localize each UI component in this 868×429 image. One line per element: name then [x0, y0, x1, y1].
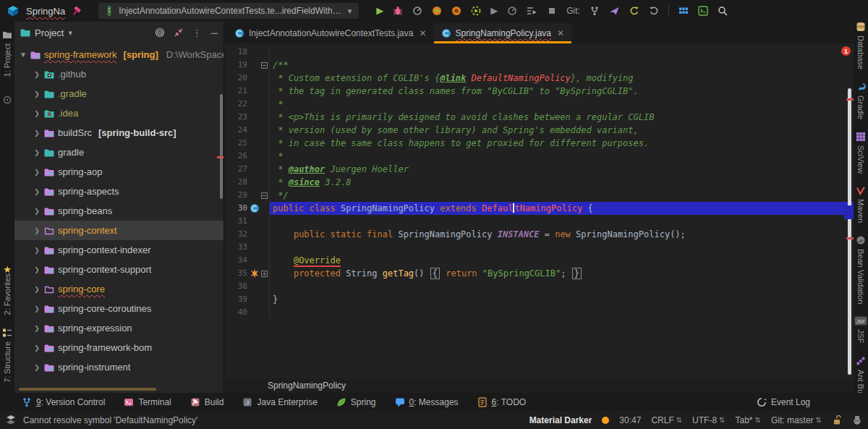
code-text[interactable]: * @author Juergen Hoeller	[269, 163, 854, 176]
code-text[interactable]: public static final SpringNamingPolicy I…	[269, 228, 854, 241]
code-line-29[interactable]: 29− */	[224, 189, 854, 202]
encoding-widget[interactable]: UTF-8⇅	[692, 415, 725, 425]
code-text[interactable]: * the tag in generated class names from …	[269, 85, 854, 98]
editor-tab-InjectAnnotationAutowireContextTests.java[interactable]: InjectAnnotationAutowireContextTests.jav…	[227, 23, 434, 43]
editor[interactable]: 1819−/**20 * Custom extension of CGLIB's…	[224, 43, 854, 378]
chevron-collapsed-icon[interactable]: ❯	[33, 149, 41, 156]
chevron-collapsed-icon[interactable]: ❯	[33, 110, 41, 117]
chevron-collapsed-icon[interactable]: ❯	[33, 208, 41, 215]
toolwindow-button-tool-window-button[interactable]	[3, 95, 12, 104]
tree-item-dot-github[interactable]: ❯.github	[14, 64, 224, 84]
line-number[interactable]: 38	[224, 280, 249, 293]
toolwindow-button--version-control[interactable]: 9: Version Control	[22, 397, 105, 407]
toolwindow-button-structure-tool[interactable]: 7: Structure	[2, 328, 12, 383]
close-tab-icon[interactable]: ✕	[557, 28, 564, 38]
line-number[interactable]: 30	[224, 202, 249, 215]
tree-item-spring-core-coroutines[interactable]: ❯spring-core-coroutines	[14, 299, 224, 318]
tree-item-spring-framework-bom[interactable]: ❯spring-framework-bom	[14, 338, 224, 357]
locate-target-icon[interactable]	[155, 27, 165, 38]
tree-root-spring-framework[interactable]: ▼spring-framework[spring]D:\WorkSpace\I	[14, 45, 224, 64]
code-line-18[interactable]: 18	[224, 46, 854, 59]
toolwindow-button-maven[interactable]: Maven	[856, 186, 866, 223]
tree-item-buildSrc[interactable]: ❯buildSrc[spring-build-src]	[14, 123, 224, 143]
code-text[interactable]: }	[269, 293, 854, 306]
grid-icon[interactable]	[678, 6, 689, 16]
code-line-30[interactable]: 30public class SpringNamingPolicy extend…	[224, 202, 854, 215]
attach-profiler-icon[interactable]	[451, 6, 461, 16]
toolwindow-button-spring[interactable]: Spring	[336, 397, 376, 407]
breadcrumb-item[interactable]: SpringNamingPolicy	[268, 381, 346, 391]
vcs-revert-icon[interactable]	[649, 6, 659, 16]
tree-item-spring-context-indexer[interactable]: ❯spring-context-indexer	[14, 240, 224, 260]
code-text[interactable]: /**	[269, 59, 854, 72]
code-text[interactable]: public class SpringNamingPolicy extends …	[269, 202, 854, 215]
run-configuration-select[interactable]: InjectAnnotationAutowireContextTests.te.…	[98, 3, 359, 19]
toolwindow-button-java-enterprise[interactable]: JJava Enterprise	[242, 397, 317, 407]
line-number[interactable]: 34	[224, 254, 249, 267]
vcs-update-icon[interactable]	[629, 6, 639, 16]
code-line-35[interactable]: 35+ protected String getTag() { return "…	[224, 267, 854, 280]
editor-scrollbar-thumb[interactable]	[848, 88, 851, 375]
toolwindow-button-bean-validation[interactable]: Bean Validation	[856, 235, 866, 304]
debug-icon[interactable]	[393, 6, 403, 16]
code-text[interactable]: @Override	[269, 254, 854, 267]
code-text[interactable]: *	[269, 98, 854, 111]
code-line-24[interactable]: 24 * version (used by some other library…	[224, 124, 854, 137]
fold-marker-icon[interactable]: −	[261, 62, 268, 69]
line-number[interactable]: 21	[224, 85, 249, 98]
code-line-28[interactable]: 28 * @since 3.2.8	[224, 176, 854, 189]
class-icon[interactable]	[250, 203, 260, 213]
tree-item-spring-beans[interactable]: ❯spring-beans	[14, 201, 224, 221]
chevron-collapsed-icon[interactable]: ❯	[33, 364, 41, 371]
line-number[interactable]: 31	[224, 215, 249, 228]
toolwindow-button-terminal[interactable]: Terminal	[124, 397, 171, 407]
tree-item-spring-core[interactable]: ❯spring-core	[14, 279, 224, 299]
code-line-38[interactable]: 38	[224, 280, 854, 293]
chevron-collapsed-icon[interactable]: ❯	[33, 266, 41, 273]
line-number[interactable]: 22	[224, 98, 249, 111]
toolwindow-button--todo[interactable]: 6: TODO	[477, 397, 527, 407]
project-hscrollbar[interactable]	[19, 388, 156, 391]
tree-item-spring-aop[interactable]: ❯spring-aop	[14, 162, 224, 182]
chevron-collapsed-icon[interactable]: ❯	[33, 305, 41, 313]
fold-marker-icon[interactable]: −	[261, 192, 268, 199]
unlock-icon[interactable]	[832, 415, 842, 425]
terminal-icon[interactable]	[698, 6, 708, 16]
code-line-19[interactable]: 19−/**	[224, 59, 854, 72]
error-indicator-badge[interactable]: 1	[841, 46, 851, 56]
collapse-all-icon[interactable]	[174, 27, 184, 38]
tree-item-spring-context-support[interactable]: ❯spring-context-support	[14, 260, 224, 279]
line-number[interactable]: 40	[224, 306, 249, 319]
code-text[interactable]: * version (used by some other library) a…	[269, 124, 854, 137]
code-text[interactable]: protected String getTag() { return "BySp…	[269, 267, 854, 280]
code-line-25[interactable]: 25 * in case the same class happens to g…	[224, 137, 854, 150]
tree-item-spring-instrument[interactable]: ❯spring-instrument	[14, 357, 224, 377]
code-text[interactable]: * @since 3.2.8	[269, 176, 854, 189]
line-number[interactable]: 32	[224, 228, 249, 241]
line-number[interactable]: 18	[224, 46, 249, 59]
toolwindow-button-gradle[interactable]: Gradle	[856, 82, 867, 119]
caret-position-widget[interactable]: 30:47	[619, 415, 641, 425]
search-icon[interactable]	[718, 6, 728, 16]
chevron-collapsed-icon[interactable]: ❯	[33, 169, 41, 176]
code-text[interactable]	[269, 306, 854, 319]
hide-panel-icon[interactable]: ─	[211, 27, 218, 38]
code-text[interactable]: * in case the same class happens to get …	[269, 137, 854, 150]
project-scrollbar[interactable]	[220, 94, 223, 199]
intention-icon[interactable]	[250, 268, 260, 279]
profiler-disabled-icon[interactable]	[507, 6, 517, 16]
line-number[interactable]: 28	[224, 176, 249, 189]
git-push-icon[interactable]	[609, 6, 620, 16]
code-line-34[interactable]: 34 @Override	[224, 254, 854, 267]
chevron-expanded-icon[interactable]: ▼	[20, 51, 27, 59]
chevron-collapsed-icon[interactable]: ❯	[33, 344, 41, 352]
event-log-button[interactable]: Event Log	[757, 397, 810, 407]
chevron-collapsed-icon[interactable]: ❯	[33, 129, 41, 137]
run-with-coverage-icon[interactable]	[432, 6, 442, 16]
tree-item-gradle[interactable]: ❯gradle	[14, 143, 224, 162]
code-text[interactable]: */	[269, 189, 854, 202]
hector-inspections-icon[interactable]	[852, 415, 862, 425]
line-number[interactable]: 39	[224, 293, 249, 306]
error-stripe-mark[interactable]	[846, 237, 854, 239]
line-number[interactable]: 25	[224, 137, 249, 150]
